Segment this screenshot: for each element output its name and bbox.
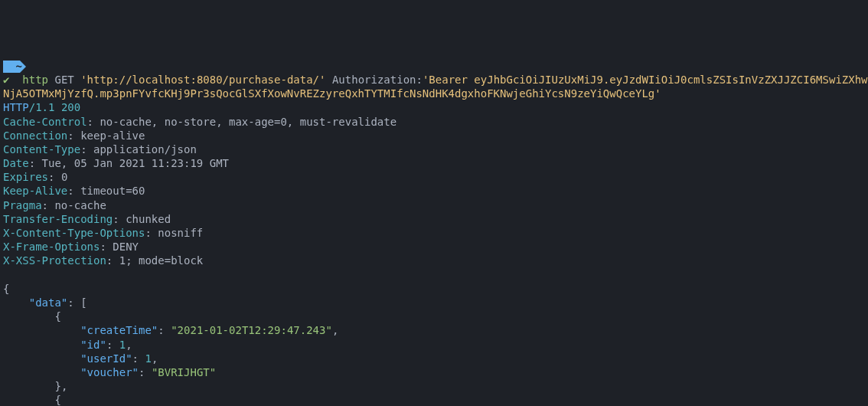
header-name: Date <box>3 157 29 169</box>
auth-header-value-1: 'Bearer eyJhbGciOiJIUzUxMiJ9.eyJzdWIiOiJ… <box>423 74 868 86</box>
response-header: Connection: keep-alive <box>3 129 865 142</box>
response-header: X-Frame-Options: DENY <box>3 240 865 254</box>
auth-header-value-2: NjA5OTMxMjYzfQ.mp3pnFYvfcKHj9Pr3sQocGlSX… <box>3 87 661 100</box>
json-field: "voucher": "BVRIJHGT" <box>3 365 865 379</box>
header-name: X-Frame-Options <box>3 241 100 253</box>
check-icon: ✔ <box>3 74 9 86</box>
response-header: Pragma: no-cache <box>3 198 865 212</box>
response-header: Cache-Control: no-cache, no-store, max-a… <box>3 115 865 129</box>
header-name: Content-Type <box>3 143 80 156</box>
header-value: no-cache <box>54 199 106 211</box>
header-name: Expires <box>3 171 48 183</box>
json-data-key: "data": [ <box>3 296 865 309</box>
status-line: HTTP/1.1 200 <box>3 100 865 114</box>
response-header: Expires: 0 <box>3 170 865 184</box>
header-value: no-cache, no-store, max-age=0, must-reva… <box>100 116 396 128</box>
json-object-close: }, <box>3 379 865 393</box>
header-name: Connection <box>3 129 67 142</box>
json-field: "userId": 1, <box>3 352 865 365</box>
http-method: GET <box>54 74 73 86</box>
json-field: "id": 1, <box>3 338 865 352</box>
http-proto: HTTP <box>3 101 29 113</box>
response-header: Transfer-Encoding: chunked <box>3 212 865 226</box>
header-value: Tue, 05 Jan 2021 11:23:19 GMT <box>42 157 229 169</box>
json-field: "createTime": "2021-01-02T12:29:47.243", <box>3 323 865 337</box>
json-object-open: { <box>3 309 865 323</box>
header-value: 0 <box>61 171 67 183</box>
prompt-arrow-icon <box>3 61 26 73</box>
header-name: Transfer-Encoding <box>3 213 113 225</box>
tilde: ~ <box>15 60 21 72</box>
http-command: http <box>22 74 48 86</box>
response-header: Content-Type: application/json <box>3 142 865 156</box>
header-name: Keep-Alive <box>3 185 67 197</box>
header-name: X-Content-Type-Options <box>3 227 145 239</box>
header-name: X-XSS-Protection <box>3 254 106 267</box>
prompt-line-1: ~ <box>3 59 865 73</box>
header-value: application/json <box>93 143 197 156</box>
json-object-open: { <box>3 393 865 406</box>
json-open: { <box>3 282 865 296</box>
blank-line <box>3 268 865 282</box>
header-value: DENY <box>113 241 139 253</box>
prompt-line-3: NjA5OTMxMjYzfQ.mp3pnFYvfcKHj9Pr3sQocGlSX… <box>3 87 865 100</box>
header-value: timeout=60 <box>80 185 145 197</box>
http-version: /1.1 <box>29 101 55 113</box>
header-value: chunked <box>126 213 171 225</box>
header-value: keep-alive <box>80 129 145 142</box>
prompt-line-2[interactable]: ✔ http GET 'http://localhost:8080/purcha… <box>3 73 865 87</box>
response-header: X-Content-Type-Options: nosniff <box>3 226 865 240</box>
status-code: 200 <box>61 101 80 113</box>
header-value: nosniff <box>158 227 203 239</box>
response-header: Keep-Alive: timeout=60 <box>3 184 865 198</box>
request-url: 'http://localhost:8080/purchase-data/' <box>80 74 325 86</box>
header-value: 1; mode=block <box>119 254 204 267</box>
response-header: X-XSS-Protection: 1; mode=block <box>3 254 865 267</box>
auth-header-name: Authorization: <box>332 74 423 86</box>
response-header: Date: Tue, 05 Jan 2021 11:23:19 GMT <box>3 156 865 170</box>
header-name: Pragma <box>3 199 42 211</box>
header-name: Cache-Control <box>3 116 87 128</box>
